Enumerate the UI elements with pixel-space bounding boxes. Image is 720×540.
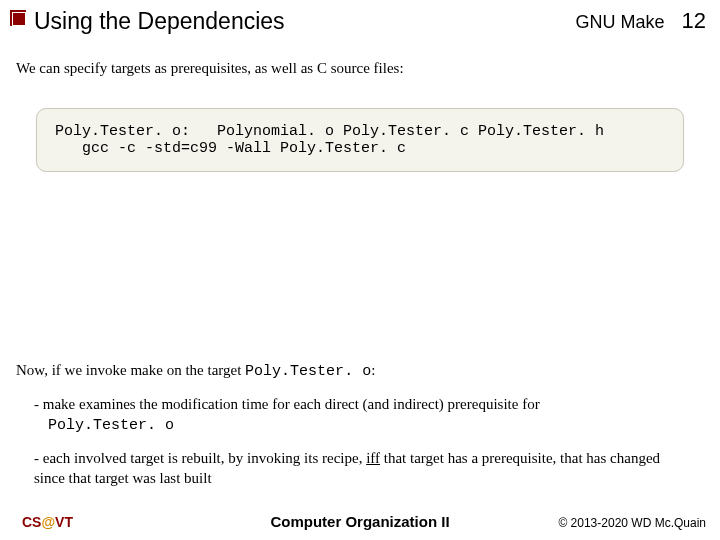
footer-right: © 2013-2020 WD Mc.Quain [558, 516, 706, 530]
page-number: 12 [682, 8, 706, 33]
bullet2-iff: iff [366, 450, 380, 466]
para2-prefix: Now, if we invoke make on the target [16, 362, 245, 378]
course-label: GNU Make [575, 12, 664, 32]
bullet1-mono: Poly.Tester. o [48, 417, 174, 434]
code-line-1: Poly.Tester. o: Polynomial. o Poly.Teste… [55, 123, 604, 140]
bullet-item-2: - each involved target is rebuilt, by in… [34, 448, 692, 489]
paragraph-invoke: Now, if we invoke make on the target Pol… [16, 362, 375, 380]
para2-suffix: : [371, 362, 375, 378]
slide: Using the Dependencies GNU Make 12 We ca… [0, 0, 720, 540]
code-block: Poly.Tester. o: Polynomial. o Poly.Teste… [36, 108, 684, 172]
header-right: GNU Make 12 [575, 8, 706, 34]
para2-mono: Poly.Tester. o [245, 363, 371, 380]
bullet1-text: - make examines the modification time fo… [34, 396, 540, 412]
intro-text: We can specify targets as prerequisites,… [16, 60, 404, 77]
code-line-2: gcc -c -std=c99 -Wall Poly.Tester. c [55, 140, 406, 157]
bullet2-prefix: - each involved target is rebuilt, by in… [34, 450, 366, 466]
title-bullet-icon [10, 10, 26, 26]
slide-title: Using the Dependencies [34, 8, 285, 35]
bullet-item-1: - make examines the modification time fo… [34, 394, 692, 437]
